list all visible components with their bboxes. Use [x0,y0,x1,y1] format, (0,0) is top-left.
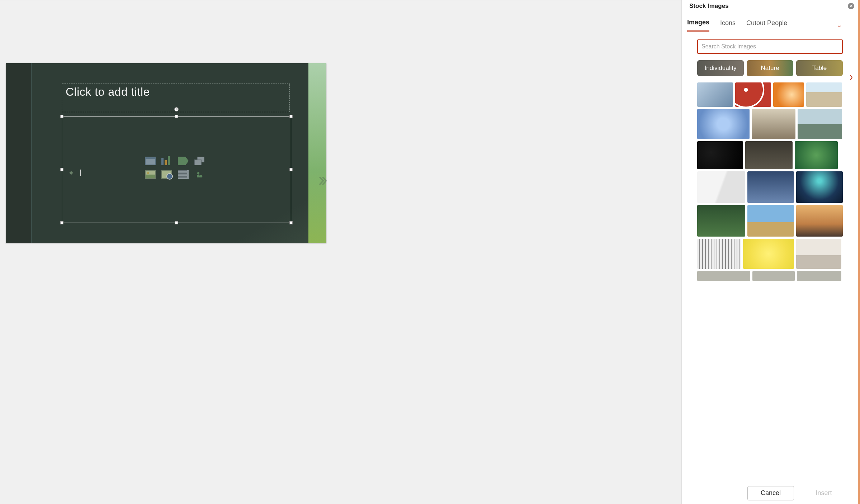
results-grid [697,82,844,482]
resize-handle-bm[interactable] [175,221,178,224]
result-thumb [795,141,838,169]
tab-icons[interactable]: Icons [720,19,736,31]
result-thumb[interactable] [747,205,794,237]
result-thumb[interactable] [796,171,843,203]
title-placeholder-text: Click to add title [66,85,150,99]
result-thumb[interactable] [773,82,804,107]
result-thumb[interactable] [743,239,794,269]
result-thumb[interactable] [747,171,794,203]
tabs-more-button[interactable]: ⌄ [837,21,842,29]
resize-handle-tl[interactable] [60,115,63,118]
resize-handle-br[interactable] [289,221,293,224]
result-thumb[interactable] [697,239,741,269]
close-button[interactable]: ✕ [848,3,854,9]
slide[interactable]: ›› Click to add title ◆ [6,63,326,243]
tab-cutout-people[interactable]: Cutout People [746,19,787,31]
panel-footer: Cancel Insert [682,482,858,504]
result-thumb[interactable] [745,141,793,169]
resize-handle-tr[interactable] [289,115,293,118]
category-table[interactable]: Table [796,60,843,76]
slide-canvas: ›› Click to add title ◆ [0,0,682,504]
result-thumb[interactable] [752,109,795,139]
chevron-right-icon: › [850,69,853,83]
content-placeholder[interactable]: ◆ [62,116,291,223]
insert-table-icon[interactable] [145,157,156,165]
result-thumb[interactable] [697,109,750,139]
close-icon: ✕ [849,4,853,8]
result-thumb[interactable] [796,205,843,237]
insert-picture-icon[interactable] [145,170,156,179]
bullet-cursor: ◆ [69,170,81,176]
result-thumb[interactable] [697,141,743,169]
slide-accent-bar [308,63,326,243]
insert-chart-icon[interactable] [161,157,172,165]
stock-images-panel: Stock Images ✕ Images Icons Cutout Peopl… [682,0,860,504]
result-thumb[interactable] [697,271,750,281]
insert-button: Insert [800,486,847,500]
insert-onlinepic-icon[interactable] [161,170,172,179]
result-thumb[interactable] [796,239,841,269]
category-individuality[interactable]: Individuality [697,60,744,76]
panel-tabs: Images Icons Cutout People ⌄ [682,12,858,32]
insert-3dmodel-icon[interactable] [194,157,205,165]
result-thumb[interactable] [735,82,771,107]
result-thumb[interactable] [697,171,745,203]
chevron-down-icon: ⌄ [837,22,842,29]
result-thumb[interactable] [797,271,841,281]
resize-handle-bl[interactable] [60,221,63,224]
cancel-button[interactable]: Cancel [747,486,794,500]
tab-images[interactable]: Images [687,19,709,32]
search-input[interactable] [697,39,843,54]
result-thumb[interactable] [752,271,795,281]
content-placeholder-icons [145,157,208,182]
panel-title: Stock Images [689,3,729,10]
slide-left-strip [6,63,32,243]
resize-handle-mr[interactable] [289,168,293,171]
slide-chevron-decor: ›› [318,167,324,191]
resize-handle-ml[interactable] [60,168,63,171]
category-row: Individuality Nature Table [697,60,843,76]
category-nature[interactable]: Nature [747,60,793,76]
insert-icon-icon[interactable] [194,170,205,179]
svg-point-0 [197,172,199,174]
result-thumb[interactable] [806,82,842,107]
slide-left-divider [32,63,32,243]
rotate-handle[interactable] [174,107,179,111]
insert-video-icon[interactable] [178,170,189,179]
panel-header: Stock Images ✕ [682,0,858,12]
result-thumb[interactable] [697,82,733,107]
result-thumb[interactable] [798,109,842,139]
insert-smartart-icon[interactable] [178,157,189,165]
resize-handle-tm[interactable] [175,115,178,118]
result-thumb[interactable] [697,205,745,237]
category-next-button[interactable]: › [850,69,853,84]
